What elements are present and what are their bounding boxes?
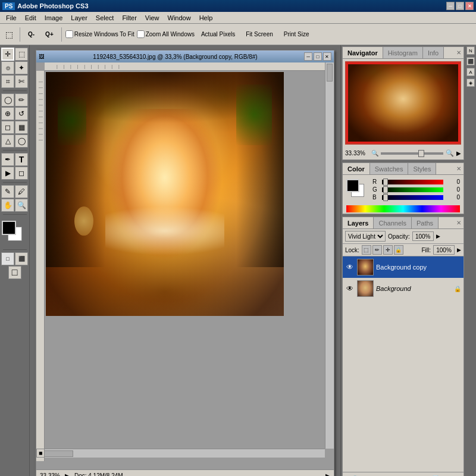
foreground-color-box[interactable]: [346, 179, 359, 192]
text-tool[interactable]: T: [15, 153, 28, 166]
lasso-tool[interactable]: ⌾: [1, 61, 14, 74]
maximize-button[interactable]: □: [456, 2, 464, 10]
move-tool[interactable]: ✛: [1, 48, 14, 61]
notes-tool[interactable]: ✎: [1, 185, 14, 198]
dodge-tool[interactable]: ◯: [15, 134, 28, 148]
layer-adj-btn[interactable]: ◑: [397, 474, 408, 477]
lock-transparent-btn[interactable]: ⬚: [362, 245, 371, 255]
zoom-menu-btn[interactable]: ▶: [456, 150, 461, 156]
fit-screen-btn[interactable]: Fit Screen: [242, 29, 277, 39]
resize-windows-checkbox[interactable]: [65, 30, 73, 38]
zoom-in-btn[interactable]: Q+: [41, 29, 58, 39]
menu-layer[interactable]: Layer: [67, 14, 91, 22]
hand-tool[interactable]: ✋: [1, 199, 14, 212]
history-brush-tool[interactable]: ↺: [15, 107, 28, 120]
crop-tool[interactable]: ⌗: [1, 75, 14, 88]
marquee-tool-btn[interactable]: ⬚: [2, 28, 16, 41]
doc-restore-btn[interactable]: □: [314, 52, 322, 61]
menu-image[interactable]: Image: [41, 14, 67, 22]
layer-mask-btn[interactable]: ⬚: [381, 474, 392, 477]
green-slider-thumb[interactable]: [383, 186, 388, 193]
layer-eye-background[interactable]: 👁: [345, 284, 355, 293]
zoom-out-btn[interactable]: Q-: [24, 29, 39, 39]
menu-view[interactable]: View: [142, 14, 163, 22]
color-tab[interactable]: Color: [343, 163, 370, 174]
strip-icon-1[interactable]: ⬛: [466, 57, 475, 65]
opacity-input[interactable]: [412, 231, 434, 241]
layers-tab[interactable]: Layers: [343, 217, 374, 228]
lock-all-btn[interactable]: 🔒: [394, 245, 403, 255]
doc-minimize-btn[interactable]: ─: [304, 52, 312, 61]
quick-mask-mode[interactable]: ⬛: [15, 252, 28, 265]
blend-mode-select[interactable]: Vivid Light Normal Multiply Screen: [345, 231, 386, 242]
marquee-tool[interactable]: ⬚: [15, 48, 28, 61]
zoom-minus-icon[interactable]: 🔍: [371, 150, 378, 156]
path-select-tool[interactable]: ▶: [1, 167, 14, 180]
info-tab[interactable]: Info: [423, 47, 444, 58]
zoom-all-checkbox[interactable]: [137, 30, 145, 38]
layer-delete-btn[interactable]: 🗑: [447, 474, 458, 477]
layers-panel-close[interactable]: ✕: [454, 220, 464, 226]
menu-select[interactable]: Select: [92, 14, 118, 22]
scrollbar-vertical[interactable]: [325, 62, 334, 449]
window-controls[interactable]: ─ □ ✕: [446, 2, 474, 10]
red-slider[interactable]: [382, 180, 443, 184]
zoom-slider-thumb[interactable]: [418, 150, 424, 157]
layer-link-btn[interactable]: 🔗: [348, 474, 359, 477]
layer-style-btn[interactable]: fx: [365, 474, 375, 477]
strip-navigator-btn[interactable]: N: [466, 46, 475, 55]
doc-window-controls[interactable]: ─ □ ✕: [304, 52, 331, 61]
shape-tool[interactable]: ◻: [15, 167, 28, 180]
clone-stamp-tool[interactable]: ⊕: [1, 107, 14, 120]
document-content[interactable]: | | | | | | | | | | | | | | | | | | | | …: [36, 62, 334, 469]
scrollbar-horizontal[interactable]: [36, 449, 325, 458]
strip-icon-2[interactable]: A: [466, 68, 475, 76]
lock-image-btn[interactable]: ✏: [372, 245, 382, 255]
quick-mask-standard[interactable]: □: [1, 252, 14, 265]
eraser-tool[interactable]: ◻: [1, 121, 14, 134]
eyedropper-tool[interactable]: 🖊: [15, 185, 28, 198]
color-panel-close[interactable]: ✕: [454, 165, 464, 172]
menu-edit[interactable]: Edit: [21, 14, 40, 22]
pen-tool[interactable]: ✒: [1, 153, 14, 166]
zoom-tool[interactable]: 🔍: [15, 199, 28, 212]
menu-filter[interactable]: Filter: [118, 14, 140, 22]
brush-tool[interactable]: ✏: [15, 93, 28, 107]
menu-file[interactable]: File: [2, 14, 20, 22]
slice-tool[interactable]: ✄: [15, 75, 28, 88]
blue-slider[interactable]: [382, 195, 443, 200]
color-spectrum[interactable]: [346, 205, 460, 212]
scroll-right-arrow[interactable]: ▶: [325, 472, 330, 476]
blue-slider-thumb[interactable]: [383, 194, 388, 201]
lock-position-btn[interactable]: ✛: [383, 245, 393, 255]
close-button[interactable]: ✕: [465, 2, 474, 10]
swatches-tab[interactable]: Swatches: [370, 163, 409, 174]
minimize-button[interactable]: ─: [446, 2, 455, 10]
histogram-tab[interactable]: Histogram: [383, 47, 423, 58]
strip-icon-3[interactable]: ◈: [466, 79, 475, 87]
menu-window[interactable]: Window: [164, 14, 195, 22]
screen-mode[interactable]: □: [8, 266, 21, 279]
channels-tab[interactable]: Channels: [374, 217, 411, 228]
layer-background-copy[interactable]: 👁 Background copy: [343, 256, 464, 278]
actual-pixels-btn[interactable]: Actual Pixels: [197, 29, 239, 39]
opacity-arrow[interactable]: ▶: [436, 233, 440, 239]
navigator-panel-close[interactable]: ✕: [454, 49, 464, 56]
paths-tab[interactable]: Paths: [412, 217, 439, 228]
spot-heal-tool[interactable]: ◯: [1, 93, 14, 107]
zoom-slider[interactable]: [381, 152, 443, 155]
layer-background[interactable]: 👁 Background 🔒: [343, 278, 464, 299]
fill-input[interactable]: [433, 245, 455, 255]
menu-help[interactable]: Help: [196, 14, 217, 22]
navigator-tab[interactable]: Navigator: [343, 47, 383, 58]
foreground-color[interactable]: [2, 221, 16, 235]
layer-group-btn[interactable]: 📁: [414, 474, 425, 477]
zoom-plus-icon[interactable]: 🔍: [446, 149, 454, 157]
red-slider-thumb[interactable]: [383, 178, 388, 186]
green-slider[interactable]: [382, 187, 443, 192]
magic-wand-tool[interactable]: ✦: [15, 61, 28, 74]
doc-close-btn[interactable]: ✕: [323, 52, 331, 61]
layer-new-btn[interactable]: 📄: [431, 474, 441, 477]
canvas-image[interactable]: [46, 72, 284, 316]
styles-tab[interactable]: Styles: [408, 163, 436, 174]
